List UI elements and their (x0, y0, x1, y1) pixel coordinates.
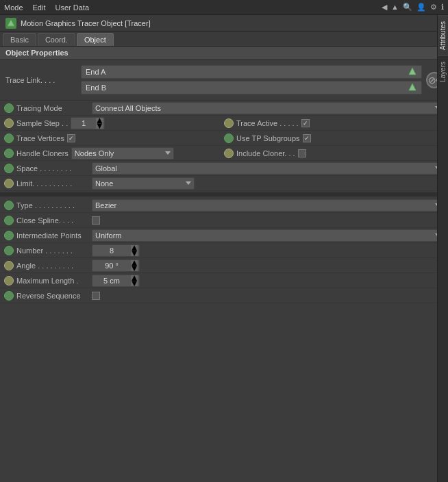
type-indicator[interactable] (4, 201, 14, 210)
trace-link-section: Trace Link. . . . End A End B (0, 62, 448, 101)
handle-cloners-indicator[interactable] (4, 149, 14, 158)
intermediate-points-label: Intermediate Points (16, 231, 82, 240)
type-label: Type . . . . . . . . . . (16, 201, 75, 210)
sample-step-col: Sample Step . . 1 ▲ ▼ (4, 117, 224, 129)
space-row: Space . . . . . . . . Global (0, 161, 448, 176)
menu-bar: Mode Edit User Data ◀ ▲ 🔍 👤 ⚙ ℹ (0, 0, 448, 15)
limit-indicator[interactable] (4, 179, 14, 188)
svg-marker-2 (409, 84, 416, 90)
limit-dropdown[interactable]: None (92, 177, 195, 190)
tracing-mode-label: Tracing Mode (16, 104, 62, 112)
type-value: Bezier (92, 199, 444, 212)
intermediate-points-value: Uniform (92, 229, 444, 242)
reverse-sequence-checkbox[interactable] (92, 292, 100, 300)
trace-active-checkbox[interactable] (301, 119, 310, 127)
space-indicator[interactable] (4, 164, 14, 173)
handle-cloners-dropdown[interactable]: Nodes Only (71, 147, 174, 160)
include-cloner-checkbox[interactable] (298, 149, 306, 157)
end-a-field[interactable]: End A (81, 65, 422, 79)
number-input[interactable]: 8 ▲ ▼ (92, 244, 140, 257)
limit-dropdown-arrow (186, 181, 191, 185)
type-dropdown[interactable]: Bezier (92, 199, 444, 212)
menu-mode[interactable]: Mode (4, 3, 23, 12)
maximum-length-indicator[interactable] (4, 276, 14, 286)
person-icon[interactable]: 👤 (416, 3, 426, 12)
info-icon[interactable]: ℹ (441, 3, 444, 12)
maximum-length-label: Maximum Length . (16, 277, 78, 285)
use-tp-checkbox[interactable] (303, 134, 311, 142)
maximum-length-row: Maximum Length . 5 cm ▲ ▼ (0, 273, 448, 288)
end-b-field[interactable]: End B (81, 81, 422, 94)
number-indicator[interactable] (4, 246, 14, 255)
angle-label: Angle . . . . . . . . . (16, 262, 73, 270)
use-tp-indicator[interactable] (224, 134, 234, 143)
include-cloner-col: Include Cloner. . . (224, 149, 444, 158)
limit-label: Limit. . . . . . . . . . (16, 179, 72, 188)
trace-active-indicator[interactable] (224, 118, 234, 128)
sidebar-tab-layers[interactable]: Layers (438, 55, 448, 88)
trace-vertices-indicator[interactable] (4, 134, 14, 143)
tab-basic[interactable]: Basic (3, 33, 36, 46)
maximum-length-down[interactable]: ▼ (131, 281, 138, 286)
arrow-left-icon[interactable]: ◀ (382, 3, 387, 12)
sample-step-spinner: ▲ ▼ (96, 118, 103, 129)
angle-value: 90 ° ▲ ▼ (92, 259, 444, 272)
space-label: Space . . . . . . . . (16, 164, 71, 173)
tracing-mode-indicator[interactable] (4, 103, 14, 113)
menu-edit[interactable]: Edit (33, 3, 46, 12)
title-bar: Motion Graphics Tracer Object [Tracer] (0, 15, 448, 31)
angle-down[interactable]: ▼ (131, 266, 138, 271)
sidebar-tab-attributes[interactable]: Attributes (438, 15, 448, 55)
angle-row: Angle . . . . . . . . . 90 ° ▲ ▼ (0, 258, 448, 273)
tracing-mode-value: Connect All Objects (92, 102, 444, 114)
use-tp-subgroups-col: Use TP Subgroups (224, 134, 444, 143)
close-spline-checkbox[interactable] (92, 216, 100, 225)
handle-cloners-arrow (165, 151, 171, 155)
limit-value: None (92, 177, 444, 190)
sample-step-down[interactable]: ▼ (96, 123, 103, 129)
number-spinner: ▲ ▼ (131, 245, 138, 256)
reverse-sequence-label: Reverse Sequence (16, 292, 81, 300)
search-icon[interactable]: 🔍 (403, 3, 412, 12)
number-down[interactable]: ▼ (131, 251, 138, 256)
maximum-length-input[interactable]: 5 cm ▲ ▼ (92, 275, 140, 287)
tab-object[interactable]: Object (77, 33, 114, 46)
sample-step-indicator[interactable] (4, 118, 14, 128)
tracing-mode-row: Tracing Mode Connect All Objects (0, 101, 448, 116)
reverse-sequence-indicator[interactable] (4, 291, 14, 301)
tracing-mode-dropdown[interactable]: Connect All Objects (92, 102, 444, 114)
angle-input[interactable]: 90 ° ▲ ▼ (92, 259, 140, 272)
maximum-length-value: 5 cm ▲ ▼ (92, 275, 444, 287)
end-b-label: End B (86, 84, 408, 92)
include-cloner-indicator[interactable] (224, 149, 234, 158)
reverse-sequence-row: Reverse Sequence (0, 288, 448, 303)
tab-coord[interactable]: Coord. (38, 33, 75, 46)
close-spline-value (92, 216, 444, 225)
intermediate-points-indicator[interactable] (4, 231, 14, 240)
intermediate-points-row: Intermediate Points Uniform (0, 228, 448, 243)
trace-vertices-col: Trace Vertices (4, 134, 224, 143)
arrow-up-icon[interactable]: ▲ (391, 3, 399, 12)
sidebar-right: Attributes Layers (437, 15, 448, 482)
menu-user-data[interactable]: User Data (55, 3, 90, 12)
sample-step-input[interactable]: 1 ▲ ▼ (71, 117, 105, 129)
handle-cloners-col: Handle Cloners Nodes Only (4, 147, 224, 160)
trace-vertices-label: Trace Vertices (16, 134, 64, 142)
close-spline-row: Close Spline. . . . (0, 213, 448, 228)
intermediate-points-dropdown[interactable]: Uniform (92, 229, 444, 242)
gear-icon[interactable]: ⚙ (430, 3, 437, 12)
number-row: Number . . . . . . . 8 ▲ ▼ (0, 243, 448, 258)
handle-cloners-row: Handle Cloners Nodes Only Include Cloner… (0, 146, 448, 161)
space-dropdown[interactable]: Global (92, 162, 444, 175)
end-b-icon (408, 82, 417, 93)
maximum-length-spinner: ▲ ▼ (131, 275, 138, 286)
object-icon (5, 18, 16, 29)
content-area: Trace Link. . . . End A End B (0, 60, 448, 306)
limit-row: Limit. . . . . . . . . . None (0, 176, 448, 191)
number-value: 8 ▲ ▼ (92, 244, 444, 257)
trace-vertices-checkbox[interactable] (67, 134, 75, 142)
trace-active-label: Trace Active . . . . . (236, 119, 299, 127)
angle-spinner: ▲ ▼ (131, 260, 138, 271)
angle-indicator[interactable] (4, 261, 14, 270)
close-spline-indicator[interactable] (4, 216, 14, 225)
